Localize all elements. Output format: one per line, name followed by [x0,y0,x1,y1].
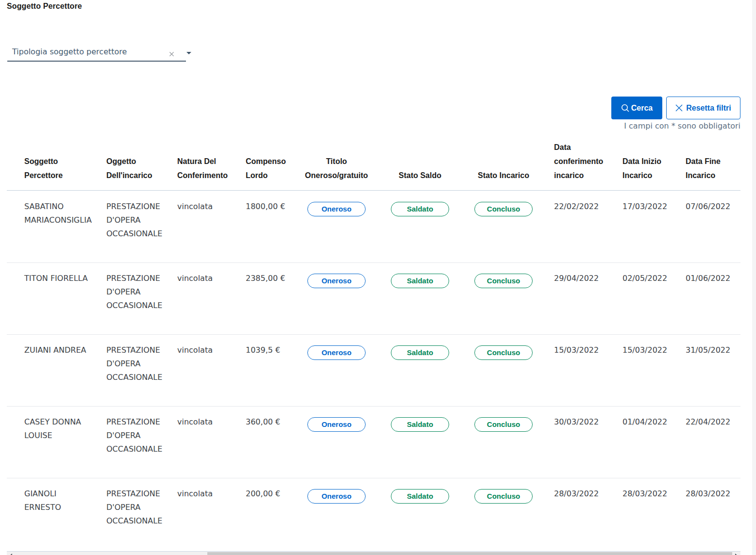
cell-compenso: 2385,00 € [246,272,294,285]
cell-conferimento: 29/04/2022 [554,272,608,285]
cell-soggetto: GIANOLI ERNESTO [24,487,92,514]
horizontal-scrollbar[interactable] [7,551,740,555]
cell-conferimento: 22/02/2022 [554,200,608,213]
table-row: SABATINO MARIACONSIGLIA PRESTAZIONE D'OP… [7,191,740,263]
cell-saldo: Saldato [381,274,459,288]
column-header-oggetto-incarico: Oggetto Dell'incarico [106,154,177,182]
table-row: ZUIANI ANDREA PRESTAZIONE D'OPERA OCCASI… [7,335,740,407]
cell-oggetto: PRESTAZIONE D'OPERA OCCASIONALE [106,272,177,312]
incarico-badge: Concluso [474,489,533,504]
cell-titolo: Oneroso [298,274,375,288]
cerca-button[interactable]: Cerca [611,97,662,119]
search-icon [621,104,630,113]
table-row: CASEY DONNA LOUISE PRESTAZIONE D'OPERA O… [7,407,740,478]
close-icon [169,51,174,57]
cell-titolo: Oneroso [298,489,375,504]
scroll-right-button[interactable] [732,552,740,555]
cell-fine: 31/05/2022 [686,343,740,357]
cell-titolo: Oneroso [298,417,375,432]
column-header-titolo: Titolo Oneroso/gratuito [298,154,375,182]
cell-incarico: Concluso [465,274,542,288]
table-body: SABATINO MARIACONSIGLIA PRESTAZIONE D'OP… [7,191,740,555]
cell-saldo: Saldato [381,345,459,360]
titolo-badge: Oneroso [307,417,366,432]
titolo-badge: Oneroso [307,274,366,288]
column-header-soggetto-percettore: Soggetto Percettore [24,154,92,182]
filter-actions: Cerca Resetta filtri [0,97,740,119]
column-header-data-conferimento: Data conferimento incarico [554,140,608,182]
titolo-badge: Oneroso [307,345,366,360]
cell-incarico: Concluso [465,202,542,216]
chevron-down-icon[interactable] [186,52,191,54]
cell-conferimento: 30/03/2022 [554,415,608,429]
cell-oggetto: PRESTAZIONE D'OPERA OCCASIONALE [106,343,177,384]
cell-oggetto: PRESTAZIONE D'OPERA OCCASIONALE [106,415,177,456]
titolo-badge: Oneroso [307,489,366,504]
cell-fine: 22/04/2022 [686,415,740,429]
saldo-badge: Saldato [391,345,449,360]
clear-icon[interactable] [169,51,174,57]
cell-conferimento: 15/03/2022 [554,343,608,357]
cell-compenso: 360,00 € [246,415,294,429]
resetta-filtri-button-label: Resetta filtri [686,104,731,113]
cell-inizio: 02/05/2022 [622,272,673,285]
cell-incarico: Concluso [465,345,542,360]
incarico-badge: Concluso [474,274,533,288]
section-title: Soggetto Percettore [7,1,82,11]
cell-fine: 07/06/2022 [686,200,740,213]
cell-saldo: Saldato [381,202,459,216]
saldo-badge: Saldato [391,489,449,504]
cell-soggetto: CASEY DONNA LOUISE [24,415,92,442]
page: Soggetto Percettore Tipologia soggetto p… [0,0,756,555]
cell-natura: vincolata [177,487,240,501]
cell-saldo: Saldato [381,489,459,504]
column-header-data-fine: Data Fine Incarico [686,154,740,182]
cell-natura: vincolata [177,200,240,213]
cell-soggetto: ZUIANI ANDREA [24,343,92,357]
required-fields-note: I campi con * sono obbligatori [449,122,740,131]
cell-inizio: 01/04/2022 [622,415,673,429]
cell-natura: vincolata [177,415,240,429]
table-header: Soggetto Percettore Oggetto Dell'incaric… [7,135,740,191]
tipologia-select-placeholder: Tipologia soggetto percettore [12,47,127,57]
cell-inizio: 17/03/2022 [622,200,673,213]
cell-natura: vincolata [177,272,240,285]
column-header-compenso-lordo: Compenso Lordo [246,154,294,182]
incarico-badge: Concluso [474,417,533,432]
cell-saldo: Saldato [381,417,459,432]
column-header-data-inizio: Data Inizio Incarico [622,154,673,182]
tipologia-select[interactable]: Tipologia soggetto percettore [7,41,186,62]
cell-conferimento: 28/03/2022 [554,487,608,501]
table-row: GIANOLI ERNESTO PRESTAZIONE D'OPERA OCCA… [7,478,740,555]
cell-inizio: 15/03/2022 [622,343,673,357]
scroll-left-button[interactable] [7,552,15,555]
cell-soggetto: TITON FIORELLA [24,272,92,285]
cell-inizio: 28/03/2022 [622,487,673,501]
cell-compenso: 1800,00 € [246,200,294,213]
column-header-stato-incarico: Stato Incarico [465,168,542,182]
saldo-badge: Saldato [391,417,449,432]
cell-titolo: Oneroso [298,202,375,216]
saldo-badge: Saldato [391,202,449,216]
column-header-stato-saldo: Stato Saldo [381,168,459,182]
cell-oggetto: PRESTAZIONE D'OPERA OCCASIONALE [106,487,177,528]
cell-incarico: Concluso [465,417,542,432]
cell-oggetto: PRESTAZIONE D'OPERA OCCASIONALE [106,200,177,241]
cerca-button-label: Cerca [631,104,653,113]
table-row: TITON FIORELLA PRESTAZIONE D'OPERA OCCAS… [7,263,740,335]
titolo-badge: Oneroso [307,202,366,216]
cell-compenso: 200,00 € [246,487,294,501]
cell-titolo: Oneroso [298,345,375,360]
saldo-badge: Saldato [391,274,449,288]
resetta-filtri-button[interactable]: Resetta filtri [666,97,740,119]
cell-incarico: Concluso [465,489,542,504]
cell-fine: 28/03/2022 [686,487,740,501]
incarico-badge: Concluso [474,202,533,216]
cell-natura: vincolata [177,343,240,357]
vertical-scrollbar-track[interactable] [752,0,756,555]
column-header-natura-conferimento: Natura Del Conferimento [177,154,240,182]
cell-fine: 01/06/2022 [686,272,740,285]
cell-compenso: 1039,5 € [246,343,294,357]
horizontal-scrollbar-thumb[interactable] [207,552,732,555]
incarico-badge: Concluso [474,345,533,360]
